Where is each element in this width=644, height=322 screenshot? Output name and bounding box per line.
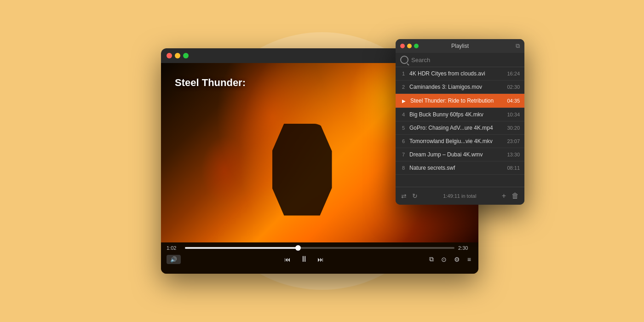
rider-silhouette: [272, 124, 332, 216]
playlist-window: Playlist ⧉ Search 1 ▶ 4K HDR Cityes from…: [396, 39, 524, 205]
playlist-minimize-button[interactable]: [407, 44, 412, 48]
playlist-toggle-button[interactable]: ≡: [466, 255, 473, 264]
volume-button[interactable]: 🔊: [167, 255, 181, 264]
item-name: Caminandes 3: Liamigos.mov: [409, 84, 504, 90]
playlist-view-icon[interactable]: ⧉: [516, 42, 520, 50]
pip-button[interactable]: ⧉: [427, 254, 436, 264]
prev-button[interactable]: ⏮: [282, 255, 293, 264]
item-number: 1: [400, 71, 407, 76]
playlist-item[interactable]: 2 ▶ Caminandes 3: Liamigos.mov 02:30: [396, 80, 524, 94]
time-current: 1:02: [167, 245, 181, 251]
settings-button[interactable]: ⚙: [452, 255, 462, 264]
playlist-item[interactable]: 5 ▶ GoPro: Chasing AdV...ure 4K.mp4 30:2…: [396, 121, 524, 135]
playlist-fullscreen-button[interactable]: [414, 44, 419, 48]
playlist-search-bar[interactable]: Search: [396, 53, 524, 67]
progress-bar-container: 1:02 2:30: [167, 245, 473, 251]
playlist-items: 1 ▶ 4K HDR Cityes from clouds.avi 16:24 …: [396, 67, 524, 187]
item-name: Steel Thunder: Ride to Retribution: [410, 98, 504, 104]
playlist-item[interactable]: 1 ▶ 4K HDR Cityes from clouds.avi 16:24: [396, 67, 524, 80]
item-duration: 30:20: [507, 125, 520, 131]
playlist-item[interactable]: 8 ▶ Nature secrets.swf 08:11: [396, 161, 524, 175]
playlist-item[interactable]: 3 ▶ Steel Thunder: Ride to Retribution 0…: [396, 94, 524, 108]
item-duration: 13:30: [507, 152, 520, 157]
item-duration: 23:07: [507, 138, 520, 144]
item-name: Dream Jump – Dubai 4K.wmv: [409, 151, 504, 158]
item-duration: 08:11: [507, 165, 520, 171]
progress-track[interactable]: [185, 247, 454, 249]
item-number: 2: [400, 84, 407, 90]
player-fullscreen-button[interactable]: [183, 53, 189, 58]
airplay-button[interactable]: ⊙: [439, 255, 448, 264]
playlist-item[interactable]: 6 ▶ Tomorrowland Belgiu...vie 4K.mkv 23:…: [396, 135, 524, 148]
item-number: 6: [400, 138, 407, 144]
item-duration: 02:30: [507, 84, 520, 90]
pause-button[interactable]: ⏸: [298, 253, 310, 265]
item-number: 8: [400, 165, 407, 171]
next-button[interactable]: ⏭: [316, 255, 326, 264]
controls-right: ⧉ ⊙ ⚙ ≡: [427, 254, 473, 264]
playlist-title: Playlist: [451, 43, 469, 49]
playlist-item[interactable]: 7 ▶ Dream Jump – Dubai 4K.wmv 13:30: [396, 148, 524, 161]
play-icon: ▶: [400, 97, 408, 104]
total-time: 1:49:11 in total: [422, 193, 497, 199]
item-duration: 10:34: [507, 112, 520, 117]
playlist-titlebar: Playlist ⧉: [396, 39, 524, 53]
progress-fill: [185, 247, 298, 249]
playlist-footer: ⇄ ↻ 1:49:11 in total + 🗑: [396, 187, 524, 205]
controls-row: 🔊 ⏮ ⏸ ⏭ ⧉ ⊙ ⚙ ≡: [167, 253, 473, 265]
video-title-overlay: Steel Thunder:: [175, 77, 246, 89]
item-number: 7: [400, 152, 407, 157]
progress-thumb[interactable]: [295, 245, 301, 251]
search-label: Search: [411, 57, 430, 63]
time-total: 2:30: [458, 245, 473, 251]
item-duration: 04:35: [507, 98, 520, 104]
item-name: GoPro: Chasing AdV...ure 4K.mp4: [409, 125, 504, 131]
playlist-item[interactable]: 4 ▶ Big Buck Bunny 60fps 4K.mkv 10:34: [396, 108, 524, 121]
item-number: 4: [400, 112, 407, 117]
item-name: 4K HDR Cityes from clouds.avi: [409, 70, 504, 77]
player-controls: 1:02 2:30 🔊 ⏮ ⏸ ⏭: [161, 242, 478, 274]
player-close-button[interactable]: [167, 53, 172, 58]
windows-container: Steel Thunder: 1:02 2:30 🔊 ⏮: [161, 39, 483, 283]
volume-icon: 🔊: [170, 256, 177, 263]
delete-button[interactable]: 🗑: [511, 191, 520, 201]
item-name: Nature secrets.swf: [409, 165, 504, 171]
search-icon: [400, 56, 408, 64]
player-minimize-button[interactable]: [175, 53, 180, 58]
item-duration: 16:24: [507, 71, 520, 76]
playlist-close-button[interactable]: [400, 44, 405, 48]
repeat-button[interactable]: ↻: [411, 191, 419, 201]
item-name: Tomorrowland Belgiu...vie 4K.mkv: [409, 138, 504, 144]
item-name: Big Buck Bunny 60fps 4K.mkv: [409, 111, 504, 118]
item-number: 5: [400, 125, 407, 131]
add-button[interactable]: +: [501, 191, 507, 201]
controls-center: ⏮ ⏸ ⏭: [184, 253, 424, 265]
shuffle-button[interactable]: ⇄: [400, 191, 408, 201]
